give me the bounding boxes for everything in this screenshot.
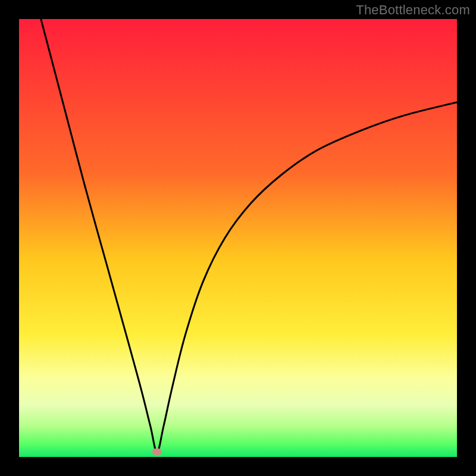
minimum-marker-icon — [152, 448, 162, 455]
plot-area — [19, 19, 457, 457]
plot-svg — [19, 19, 457, 457]
watermark-text: TheBottleneck.com — [356, 2, 470, 18]
gradient-background — [19, 19, 457, 457]
chart-frame: TheBottleneck.com — [0, 0, 476, 476]
